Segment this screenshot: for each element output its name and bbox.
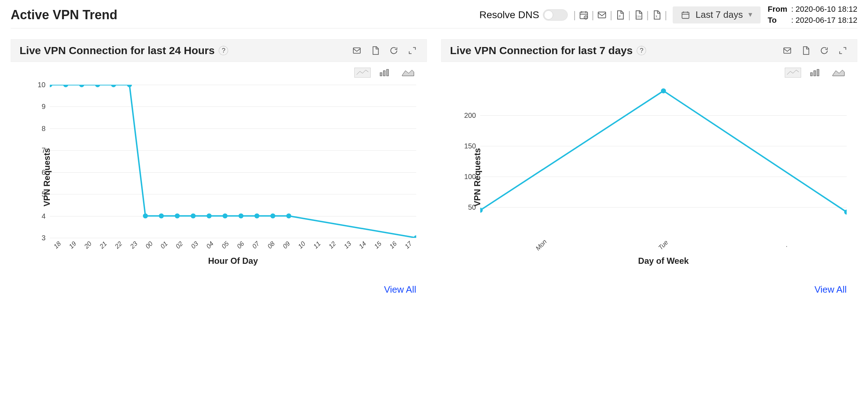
separator: | xyxy=(665,9,667,21)
x-tick: 16 xyxy=(385,237,401,253)
y-tick: 9 xyxy=(32,103,50,111)
x-tick: 11 xyxy=(309,237,325,253)
y-tick: 100 xyxy=(462,173,480,181)
separator: | xyxy=(628,9,630,21)
x-tick: 01 xyxy=(156,237,172,253)
svg-point-18 xyxy=(159,214,164,219)
chart-7d: VPN Requests 50100150200 MonTue. Day of … xyxy=(441,78,857,277)
mail-icon[interactable] xyxy=(351,45,362,56)
y-tick: 10 xyxy=(32,81,50,89)
svg-point-15 xyxy=(111,85,116,87)
chart-type-switch xyxy=(11,62,427,78)
xls-export-icon[interactable]: X xyxy=(651,9,662,21)
pdf-export-icon[interactable] xyxy=(800,45,811,56)
from-label: From xyxy=(768,4,789,15)
x-tick: 12 xyxy=(324,237,340,253)
help-icon[interactable]: ? xyxy=(637,46,646,55)
refresh-icon[interactable] xyxy=(388,45,399,56)
help-icon[interactable]: ? xyxy=(219,46,228,55)
x-tick: 17 xyxy=(401,237,417,253)
x-tick: 22 xyxy=(111,237,127,253)
top-bar: Active VPN Trend Resolve DNS | | | P | C… xyxy=(11,4,857,28)
svg-rect-28 xyxy=(784,48,791,53)
pdf-export-icon[interactable]: P xyxy=(614,9,626,21)
svg-point-20 xyxy=(191,214,196,219)
panel-title: Live VPN Connection for last 24 Hours xyxy=(20,45,215,57)
y-tick: 5 xyxy=(32,190,50,198)
x-tick: 06 xyxy=(233,237,249,253)
svg-point-26 xyxy=(286,214,291,219)
resolve-dns-toggle[interactable] xyxy=(543,9,568,21)
svg-point-22 xyxy=(223,214,228,219)
x-tick: 05 xyxy=(217,237,233,253)
date-range-selector[interactable]: Last 7 days ▼ xyxy=(673,6,761,23)
panel-title: Live VPN Connection for last 7 days xyxy=(450,45,633,57)
csv-export-icon[interactable]: CSV xyxy=(633,9,644,21)
plot-area: 345678910 xyxy=(50,85,416,238)
svg-rect-29 xyxy=(810,73,813,76)
y-tick: 7 xyxy=(32,146,50,155)
mail-icon[interactable] xyxy=(782,45,793,56)
expand-icon[interactable] xyxy=(407,45,418,56)
refresh-icon[interactable] xyxy=(819,45,830,56)
to-value: : 2020-06-17 18:12 xyxy=(791,15,857,26)
date-range-label: Last 7 days xyxy=(695,9,743,20)
svg-rect-31 xyxy=(817,69,819,76)
x-tick: 03 xyxy=(187,237,203,253)
svg-text:P: P xyxy=(619,15,621,18)
x-tick: 19 xyxy=(65,237,81,253)
line-chart-icon[interactable] xyxy=(354,68,371,78)
svg-text:CSV: CSV xyxy=(636,15,641,18)
y-tick: 50 xyxy=(462,203,480,211)
y-tick: 150 xyxy=(462,142,480,150)
x-tick: 14 xyxy=(355,237,371,253)
separator: | xyxy=(610,9,612,21)
svg-point-16 xyxy=(127,85,132,87)
chart-type-switch xyxy=(441,62,857,78)
x-axis-title: Day of Week xyxy=(480,256,847,266)
view-all-link[interactable]: View All xyxy=(11,277,427,302)
x-tick: 00 xyxy=(141,237,157,253)
y-tick: 8 xyxy=(32,124,50,132)
x-tick: 02 xyxy=(171,237,187,253)
panel-7d: Live VPN Connection for last 7 days ? VP… xyxy=(441,39,857,302)
bar-chart-icon[interactable] xyxy=(808,68,824,78)
svg-point-21 xyxy=(207,214,212,219)
expand-icon[interactable] xyxy=(837,45,848,56)
svg-rect-9 xyxy=(383,71,386,76)
chevron-down-icon: ▼ xyxy=(747,11,753,19)
to-label: To xyxy=(768,15,789,26)
svg-point-27 xyxy=(414,235,416,238)
svg-rect-7 xyxy=(353,48,360,53)
svg-point-23 xyxy=(238,214,243,219)
x-axis-title: Hour Of Day xyxy=(50,256,416,266)
svg-point-24 xyxy=(254,214,259,219)
calendar-icon xyxy=(680,9,691,21)
line-chart-icon[interactable] xyxy=(785,68,801,78)
svg-point-12 xyxy=(63,85,68,87)
panel-header: Live VPN Connection for last 24 Hours ? xyxy=(11,39,427,62)
panel-header: Live VPN Connection for last 7 days ? xyxy=(441,39,857,62)
date-range-readout: From: 2020-06-10 18:12 To: 2020-06-17 18… xyxy=(768,4,857,26)
chart-24h: VPN Requests 345678910 18192021222300010… xyxy=(11,78,427,277)
x-ticks: 1819202122230001020304050607080910111213… xyxy=(50,241,416,249)
from-value: : 2020-06-10 18:12 xyxy=(791,4,857,15)
x-tick: 23 xyxy=(126,237,142,253)
area-chart-icon[interactable] xyxy=(400,68,416,78)
svg-rect-6 xyxy=(682,12,689,18)
panel-24h: Live VPN Connection for last 24 Hours ? … xyxy=(11,39,427,302)
schedule-icon[interactable] xyxy=(578,9,589,21)
svg-point-33 xyxy=(661,88,666,93)
bar-chart-icon[interactable] xyxy=(377,68,393,78)
svg-rect-8 xyxy=(380,73,382,76)
x-tick: 08 xyxy=(263,237,279,253)
area-chart-icon[interactable] xyxy=(830,68,847,78)
plot-area: 50100150200 xyxy=(480,85,847,238)
mail-icon[interactable] xyxy=(596,9,608,21)
separator: | xyxy=(646,9,649,21)
y-tick: 6 xyxy=(32,168,50,176)
x-tick: 09 xyxy=(279,237,295,253)
svg-point-17 xyxy=(143,214,148,219)
pdf-export-icon[interactable] xyxy=(370,45,381,56)
x-tick: 04 xyxy=(202,237,218,253)
